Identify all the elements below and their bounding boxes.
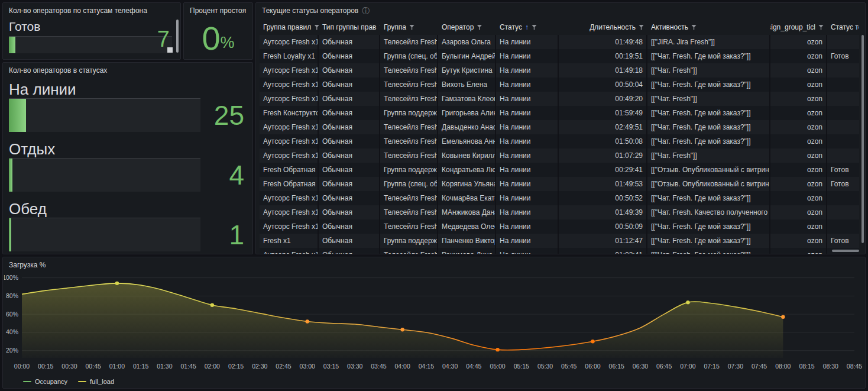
column-header-4[interactable]: Статус↑ <box>496 20 559 35</box>
gauge-label-gotov: Готов <box>3 18 180 34</box>
table-cell: [["Чат. Fresh. Где мой заказ?"]] <box>647 77 770 92</box>
filter-icon[interactable] <box>691 25 697 30</box>
table-cell: [["Чат. Fresh"]] <box>647 92 770 106</box>
table-cell: Давыденко Анастаси <box>438 120 496 134</box>
data-point <box>686 300 689 304</box>
table-cell: [["Чат. Fresh. Где мой заказ?"]] <box>647 120 770 134</box>
legend-label: full_load <box>90 378 114 385</box>
table-cell <box>827 92 859 106</box>
table-cell: 01:49:53 <box>559 177 647 191</box>
horizontal-scrollbar[interactable] <box>832 250 859 252</box>
x-axis-label: 02:00 <box>205 363 220 370</box>
column-label: Группа <box>384 23 406 31</box>
table-cell: 01:03:41 <box>559 248 647 254</box>
filter-icon[interactable] <box>639 25 644 30</box>
table-row: Аутсорс Fresh x1ОбычнаяТелесейлз Fresh (… <box>260 35 859 49</box>
table-cell: Обычная <box>319 191 380 205</box>
x-axis-label: 04:00 <box>395 363 410 370</box>
vertical-scrollbar[interactable] <box>176 20 179 53</box>
filter-icon[interactable] <box>314 25 319 30</box>
table-cell: [["Чат. Fresh. Где мой заказ?"]] <box>647 49 770 63</box>
table-cell: 01:59:49 <box>559 106 647 120</box>
table-row: Fresh Обратная приоОбычнаяГруппа (спец. … <box>260 177 859 191</box>
table-cell: ozon <box>770 163 827 177</box>
table-cell: На линии <box>496 248 559 254</box>
table-cell: ozon <box>770 120 827 134</box>
x-axis-label: 00:00 <box>14 363 30 370</box>
table-cell: Гамзатова Клеопатр <box>438 92 496 106</box>
panel-title-text: Текущие статусы операторов <box>262 7 358 15</box>
panel-title-phone-statuses[interactable]: Кол-во операторов по статусам телефона <box>3 3 180 18</box>
column-header-6[interactable]: Активность <box>647 20 770 35</box>
bar-gauge-track <box>9 158 200 192</box>
table-cell: 00:29:41 <box>559 163 647 177</box>
table-cell: ozon <box>770 234 827 248</box>
column-header-5[interactable]: Длительность <box>559 20 647 35</box>
table-cell: Телесейлз Fresh (до <box>380 134 438 148</box>
table-cell <box>827 77 859 92</box>
x-axis-label: 02:15 <box>228 363 244 370</box>
load-chart[interactable]: 20%40%60%80%100%00:0000:1500:3000:4501:0… <box>4 272 863 373</box>
x-axis-label: 03:00 <box>300 363 315 370</box>
column-header-2[interactable]: Группа <box>380 20 438 35</box>
data-point <box>495 348 499 351</box>
y-axis-label: 40% <box>6 328 18 335</box>
table-header-row: Группа правилТип группы правГруппаОперат… <box>260 20 859 35</box>
column-header-7[interactable]: assign_group_ticl <box>770 20 827 35</box>
legend-swatch <box>78 381 86 382</box>
filter-icon[interactable] <box>409 25 414 30</box>
table-cell: Обычная <box>319 120 380 134</box>
table-cell: ozon <box>770 134 827 148</box>
x-axis-label: 07:00 <box>680 363 695 370</box>
panel-title-load[interactable]: Загрузка % <box>3 257 865 273</box>
idle-percent-stat: 0 % <box>184 17 252 59</box>
column-header-0[interactable]: Группа правил <box>260 20 319 35</box>
x-axis-label: 01:30 <box>157 363 172 370</box>
table-cell: Телесейлз Fresh (до <box>380 35 438 49</box>
table-cell: На линии <box>496 77 559 92</box>
table-cell: [["Отзыв. Опубликованный с витрины. Fres… <box>647 163 770 177</box>
table-cell: Группа (спец. обсл.) <box>380 177 438 191</box>
table-cell: Обычная <box>319 35 380 49</box>
sort-asc-icon[interactable]: ↑ <box>525 23 529 31</box>
panel-operator-statuses: Кол-во операторов в статусах На линии 25… <box>2 62 253 254</box>
vertical-scrollbar[interactable] <box>861 35 864 243</box>
bar-gauge-fill <box>9 218 11 251</box>
idle-value: 0 <box>202 22 220 55</box>
x-axis-label: 03:45 <box>371 363 386 370</box>
table-cell: Кочмарёва Екатери <box>438 191 496 205</box>
table-cell: Группа (спец. обсл.) <box>380 49 438 63</box>
table-cell <box>827 120 859 134</box>
table-cell: Телесейлз Fresh (до <box>380 205 438 219</box>
panel-title-operator-statuses[interactable]: Кол-во операторов в статусах <box>3 63 252 78</box>
gauge-label: Отдых <box>9 140 247 158</box>
table-cell: Кондратьева Людми <box>438 163 496 177</box>
panel-title-table[interactable]: Текущие статусы операторов ⓘ <box>256 3 865 18</box>
column-header-3[interactable]: Оператор <box>438 20 496 35</box>
data-point <box>400 328 404 331</box>
table-row: Аутсорс Fresh x1ОбычнаяТелесейлз Fresh (… <box>260 248 859 254</box>
filter-icon[interactable] <box>818 25 824 30</box>
x-axis-label: 01:15 <box>133 363 148 370</box>
data-point <box>115 282 119 285</box>
table-cell: [["Отзыв. Опубликованный с витрины. Fres… <box>647 177 770 191</box>
table-row: Fresh x1ОбычнаяГруппа поддержки FПанченк… <box>260 234 859 248</box>
panel-title-idle[interactable]: Процент простоя <box>184 3 252 18</box>
column-label: Группа правил <box>263 23 311 31</box>
column-header-1[interactable]: Тип группы прав <box>319 20 380 35</box>
table-cell: Телесейлз Fresh (до <box>380 63 438 77</box>
idle-unit: % <box>221 34 235 52</box>
filter-icon[interactable] <box>477 25 482 30</box>
table-cell: Телесейлз Fresh (до <box>380 248 438 254</box>
table-cell: Аутсорс Fresh x1 <box>260 120 319 134</box>
filter-icon[interactable] <box>532 25 537 30</box>
legend-item-Occupancy[interactable]: Occupancy <box>23 378 67 385</box>
info-icon[interactable]: ⓘ <box>362 7 370 15</box>
column-header-8[interactable]: Статус телефона <box>827 20 859 35</box>
table-row: Аутсорс Fresh x1ОбычнаяТелесейлз Fresh (… <box>260 120 859 134</box>
table-row: Fresh Loyalty x1ОбычнаяГруппа (спец. обс… <box>260 49 859 63</box>
table-cell: На линии <box>496 106 559 120</box>
legend-item-full_load[interactable]: full_load <box>78 378 114 385</box>
table-cell: ozon <box>770 77 827 92</box>
table-cell: Рахимова Дина <box>438 248 496 254</box>
